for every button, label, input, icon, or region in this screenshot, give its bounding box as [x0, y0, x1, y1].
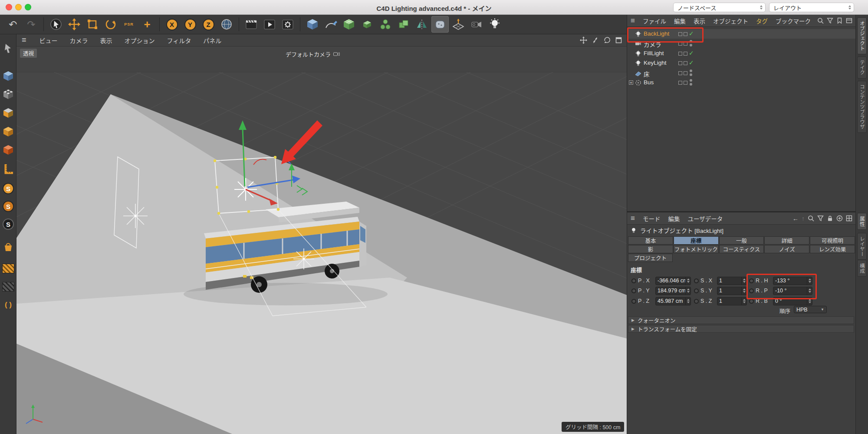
- layer-box-icon[interactable]: [678, 71, 682, 75]
- hatch-dark-button[interactable]: [1, 280, 15, 294]
- filter-funnel-icon[interactable]: [817, 215, 824, 222]
- sy-input[interactable]: [717, 287, 747, 295]
- viewport-menu-icon[interactable]: ≡: [22, 36, 26, 45]
- layer-box2-icon[interactable]: [684, 42, 687, 46]
- px-input[interactable]: [655, 277, 691, 285]
- live-selection-tool-button[interactable]: [47, 16, 65, 33]
- volume-builder-button[interactable]: [431, 16, 449, 33]
- coordinate-system-button[interactable]: [218, 16, 235, 33]
- subdivision-surface-button[interactable]: [340, 16, 358, 33]
- keylight-star[interactable]: [293, 248, 314, 269]
- brackets-tool-button[interactable]: ( ): [1, 298, 15, 312]
- om-menu-file[interactable]: ファイル: [643, 17, 666, 25]
- sphere-badge-button[interactable]: S: [1, 199, 15, 213]
- px-value[interactable]: [656, 278, 685, 284]
- viewport-canvas[interactable]: [16, 34, 627, 434]
- am-menu-mode[interactable]: モード: [643, 214, 661, 223]
- vp-menu-camera[interactable]: カメラ: [70, 36, 88, 45]
- layer-box2-icon[interactable]: [684, 61, 687, 65]
- light-enabled-check-icon[interactable]: ✓: [689, 50, 694, 56]
- dolly-view-icon[interactable]: [592, 36, 599, 44]
- rb-value[interactable]: [773, 298, 807, 304]
- layer-box-icon[interactable]: [678, 61, 682, 65]
- stage-camera-button[interactable]: [468, 16, 485, 33]
- redo-button[interactable]: ↷: [23, 16, 40, 33]
- object-row-bus[interactable]: + Bus: [627, 78, 856, 87]
- tab-noise[interactable]: ノイズ: [764, 245, 809, 253]
- visibility-dots[interactable]: [690, 40, 692, 46]
- keyframe-dot[interactable]: [694, 288, 699, 293]
- expand-plus-icon[interactable]: +: [629, 80, 633, 85]
- history-back-icon[interactable]: ←: [792, 215, 799, 222]
- vp-menu-options[interactable]: オプション: [125, 36, 155, 45]
- undo-button[interactable]: ↶: [4, 16, 22, 33]
- keyframe-dot[interactable]: [749, 288, 754, 293]
- visibility-dots[interactable]: [690, 79, 692, 86]
- search-icon[interactable]: [808, 215, 814, 222]
- keyframe-dot[interactable]: [749, 278, 754, 283]
- z-axis-lock-button[interactable]: Z: [200, 16, 217, 33]
- spinner[interactable]: [741, 287, 746, 295]
- om-menu-tags[interactable]: タグ: [756, 17, 768, 25]
- panel-layout-icon[interactable]: [846, 17, 852, 24]
- extrude-generator-button[interactable]: [358, 16, 376, 33]
- primitive-cube-button[interactable]: [304, 16, 321, 33]
- vp-menu-view[interactable]: ビュー: [39, 36, 58, 45]
- tab-visibility[interactable]: 可視照明: [810, 236, 855, 245]
- object-name-filllight[interactable]: FillLight: [644, 50, 664, 56]
- paint-bucket-button[interactable]: [1, 239, 15, 253]
- layer-box-icon[interactable]: [678, 42, 682, 46]
- layer-box-icon[interactable]: [678, 32, 682, 36]
- filter-funnel-icon[interactable]: [827, 17, 833, 24]
- layer-box2-icon[interactable]: [684, 52, 687, 56]
- vp-menu-panel[interactable]: パネル: [203, 36, 221, 45]
- dock-tab-layers[interactable]: レイヤー: [857, 233, 867, 260]
- layer-box2-icon[interactable]: [684, 81, 687, 85]
- spinner[interactable]: [807, 298, 812, 305]
- spinner[interactable]: [741, 277, 746, 285]
- symmetry-generator-button[interactable]: [413, 16, 431, 33]
- maximize-view-icon[interactable]: [615, 36, 622, 44]
- tab-photometric[interactable]: フォトメトリック: [674, 245, 719, 253]
- object-name-backlight[interactable]: BackLight: [644, 30, 669, 37]
- camera-label[interactable]: デフォルトカメラ: [286, 50, 340, 58]
- keyframe-dot[interactable]: [749, 299, 754, 304]
- sz-input[interactable]: [717, 297, 747, 305]
- om-menu-view[interactable]: 表示: [694, 17, 705, 25]
- layer-box2-icon[interactable]: [684, 71, 687, 75]
- rh-value[interactable]: [773, 278, 807, 284]
- light-button[interactable]: [486, 16, 503, 33]
- om-menu-bookmarks[interactable]: ブックマーク: [776, 17, 811, 25]
- ruler-tool-button[interactable]: [1, 162, 15, 176]
- plus-tool-button[interactable]: +: [138, 16, 156, 33]
- light-enabled-check-icon[interactable]: ✓: [689, 30, 694, 37]
- tab-general[interactable]: 一般: [719, 236, 764, 245]
- keyframe-dot[interactable]: [631, 299, 636, 304]
- om-menu-edit[interactable]: 編集: [674, 17, 686, 25]
- projection-label[interactable]: 透視: [20, 49, 37, 58]
- am-menu-edit[interactable]: 編集: [668, 214, 680, 223]
- add-cube-button[interactable]: [1, 69, 15, 83]
- scale-tool-button[interactable]: [84, 16, 101, 33]
- am-menu-userdata[interactable]: ユーザデータ: [687, 214, 723, 223]
- red-cube-button[interactable]: [1, 143, 15, 157]
- hatch-orange-button[interactable]: [1, 262, 15, 275]
- tab-lens[interactable]: レンズ効果: [810, 245, 855, 253]
- py-value[interactable]: [656, 288, 685, 294]
- freeze-transform-section-header[interactable]: ▶ トランスフォームを固定: [628, 325, 854, 333]
- viewport[interactable]: ≡ ビュー カメラ 表示 オプション フィルタ パネル 透視 デフォルトカメラ …: [16, 34, 627, 434]
- spinner[interactable]: [685, 298, 690, 305]
- tweak-tool-button[interactable]: [1, 41, 15, 55]
- om-menu-icon[interactable]: ≡: [631, 17, 635, 25]
- vp-menu-filter[interactable]: フィルタ: [167, 36, 191, 45]
- orange-cube-button[interactable]: [1, 125, 15, 139]
- object-name-floor[interactable]: 床: [644, 70, 650, 78]
- pz-input[interactable]: [655, 297, 691, 305]
- keyframe-dot[interactable]: [631, 288, 636, 293]
- rh-input[interactable]: [773, 277, 812, 285]
- keyframe-dot[interactable]: [694, 278, 699, 283]
- search-icon[interactable]: [817, 17, 824, 24]
- tab-caustics[interactable]: コースティクス: [719, 245, 764, 253]
- render-settings-button[interactable]: [279, 16, 296, 33]
- rb-input[interactable]: [773, 297, 812, 305]
